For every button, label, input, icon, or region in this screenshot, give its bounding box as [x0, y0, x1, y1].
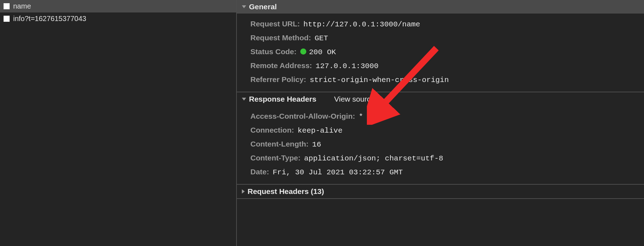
header-label: Content-Length: — [250, 140, 308, 148]
header-row: Request Method: GET — [237, 31, 644, 45]
section-response-body: Access-Control-Allow-Origin: * Connectio… — [237, 106, 644, 184]
header-value: Fri, 30 Jul 2021 03:22:57 GMT — [273, 168, 403, 176]
header-row: Date: Fri, 30 Jul 2021 03:22:57 GMT — [237, 165, 644, 179]
header-row: Request URL: http://127.0.0.1:3000/name — [237, 17, 644, 31]
header-label: Date: — [250, 168, 269, 176]
header-value: 127.0.0.1:3000 — [316, 62, 378, 70]
section-general-header[interactable]: General — [237, 0, 644, 14]
header-label: Content-Type: — [250, 154, 301, 162]
section-title: Request Headers (13) — [248, 187, 324, 196]
header-value: application/json; charset=utf-8 — [304, 154, 443, 163]
chevron-down-icon — [242, 98, 246, 101]
chevron-right-icon — [242, 189, 245, 194]
request-row[interactable]: name — [0, 0, 236, 12]
header-value: keep-alive — [297, 127, 342, 135]
request-row[interactable]: info?t=1627615377043 — [0, 12, 236, 25]
header-value: 200 OK — [300, 48, 336, 56]
headers-panel: General Request URL: http://127.0.0.1:30… — [237, 0, 644, 246]
header-label: Connection: — [250, 126, 294, 134]
header-value: 16 — [312, 140, 321, 149]
header-label: Request Method: — [250, 34, 311, 42]
section-request-header[interactable]: Request Headers (13) — [237, 185, 644, 198]
header-row: Content-Length: 16 — [237, 137, 644, 151]
header-label: Remote Address: — [250, 61, 312, 70]
request-name: info?t=1627615377043 — [13, 15, 86, 23]
status-text: 200 OK — [309, 48, 336, 56]
header-row: Content-Type: application/json; charset=… — [237, 151, 644, 165]
network-request-list: name info?t=1627615377043 — [0, 0, 237, 246]
request-name: name — [13, 2, 31, 10]
header-value: http://127.0.0.1:3000/name — [303, 20, 420, 29]
view-source-link[interactable]: View source — [334, 95, 375, 103]
header-label: Access-Control-Allow-Origin: — [250, 112, 355, 121]
header-label: Status Code: — [250, 47, 297, 56]
header-row: Connection: keep-alive — [237, 123, 644, 137]
header-label: Referrer Policy: — [250, 75, 306, 84]
header-row: Access-Control-Allow-Origin: * — [237, 109, 644, 123]
section-title: General — [249, 2, 277, 11]
file-icon — [4, 16, 10, 22]
header-value: strict-origin-when-cross-origin — [310, 76, 449, 84]
header-value: GET — [315, 34, 328, 42]
header-value: * — [359, 113, 363, 121]
header-row: Remote Address: 127.0.0.1:3000 — [237, 59, 644, 73]
section-title: Response Headers — [249, 95, 316, 103]
header-row: Status Code: 200 OK — [237, 45, 644, 59]
header-row: Referrer Policy: strict-origin-when-cros… — [237, 73, 644, 87]
section-response-header[interactable]: Response Headers View source — [237, 92, 644, 106]
status-dot-icon — [300, 48, 306, 55]
section-general-body: Request URL: http://127.0.0.1:3000/name … — [237, 14, 644, 92]
header-label: Request URL: — [250, 20, 300, 28]
chevron-down-icon — [242, 5, 246, 8]
file-icon — [4, 3, 10, 9]
